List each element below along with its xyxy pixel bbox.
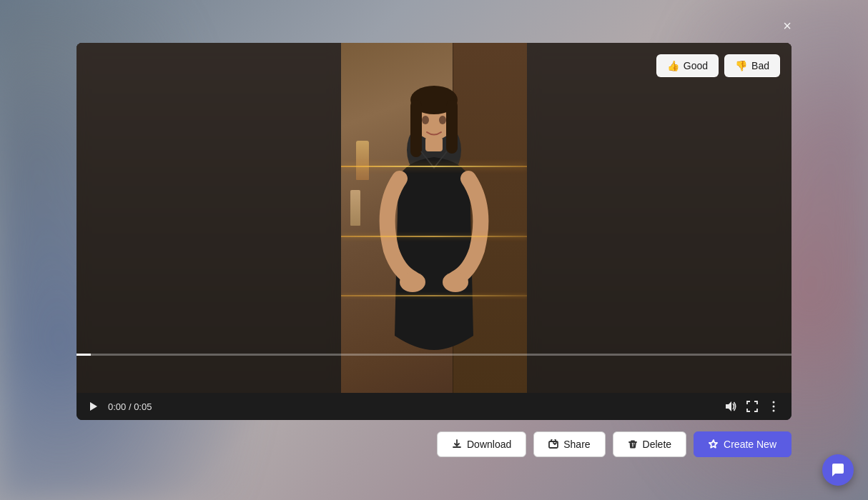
video-area: 👍 Good 👎 Bad [77,43,791,393]
thumbs-down-icon: 👎 [735,60,747,71]
video-player: 👍 Good 👎 Bad 0:00 / 0:05 [77,43,791,420]
svg-rect-5 [425,137,443,151]
bad-button[interactable]: 👎 Bad [724,54,780,77]
play-button[interactable] [88,401,99,412]
progress-bar-container[interactable] [77,354,791,356]
svg-rect-4 [446,100,458,154]
svg-marker-10 [90,402,97,411]
good-label: Good [684,60,708,71]
person-figure [341,43,527,393]
bottom-action-buttons: Download Share Delete Create New [437,431,791,457]
svg-point-14 [773,410,775,412]
svg-point-13 [773,406,775,408]
video-side-left [77,43,341,393]
controls-bar: 0:00 / 0:05 [77,393,791,420]
svg-marker-11 [726,401,731,411]
rating-buttons: 👍 Good 👎 Bad [656,54,780,77]
bad-label: Bad [751,60,769,71]
download-button[interactable]: Download [437,431,526,457]
svg-rect-3 [410,100,422,157]
svg-point-6 [400,272,425,292]
modal-container: × [77,43,791,457]
chat-bubble-button[interactable] [822,454,854,486]
share-button[interactable]: Share [533,431,605,457]
svg-point-9 [439,116,446,124]
delete-button[interactable]: Delete [613,431,686,457]
svg-point-12 [773,401,775,404]
thumbs-up-icon: 👍 [667,60,679,71]
create-new-label: Create New [724,439,776,450]
close-button[interactable]: × [776,14,799,37]
svg-point-8 [422,116,429,124]
download-label: Download [467,439,511,450]
video-side-right [527,43,791,393]
fullscreen-button[interactable] [746,400,759,413]
share-label: Share [563,439,590,450]
svg-point-7 [443,272,468,292]
volume-button[interactable] [724,400,737,413]
more-options-button[interactable] [767,400,780,413]
progress-bar-fill [77,354,91,356]
time-display: 0:00 / 0:05 [108,401,152,412]
create-new-button[interactable]: Create New [694,431,791,457]
good-button[interactable]: 👍 Good [656,54,719,77]
video-center-content [341,43,527,393]
delete-label: Delete [643,439,671,450]
